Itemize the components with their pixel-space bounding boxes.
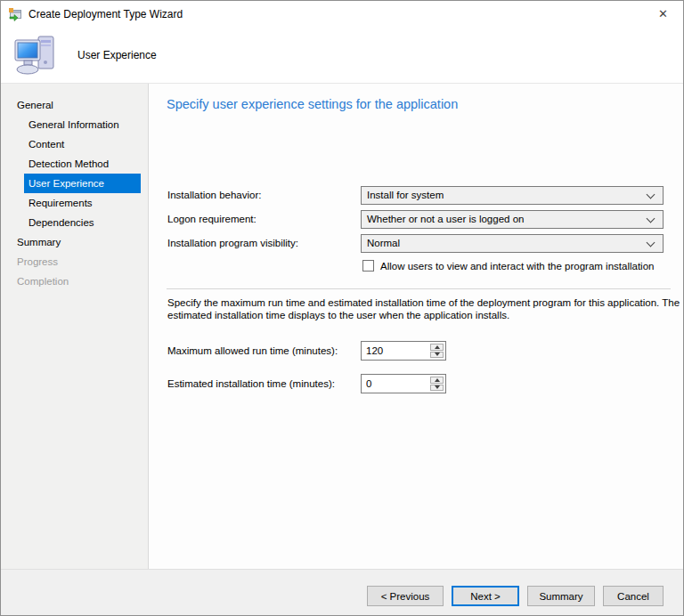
sidebar-item-summary[interactable]: Summary [12,232,141,252]
section-divider [167,288,671,289]
sidebar-item-progress: Progress [12,252,141,272]
wizard-icon [8,7,22,21]
page-title: Specify user experience settings for the… [167,97,458,111]
chevron-down-icon [647,190,656,199]
logon-requirement-label: Logon requirement: [167,210,256,229]
header-title: User Experience [77,49,157,61]
wizard-footer: < Previous Next > Summary Cancel [1,569,683,615]
program-visibility-label: Installation program visibility: [167,234,298,253]
previous-button[interactable]: < Previous [367,586,444,606]
spinner-up-icon [435,345,440,349]
window-title: Create Deployment Type Wizard [28,8,183,20]
logon-requirement-value: Whether or not a user is logged on [367,214,524,224]
estimated-install-time-input[interactable] [362,375,429,393]
wizard-body: General General Information Content Dete… [1,83,683,571]
chevron-down-icon [647,239,656,247]
spinner-down-button[interactable] [430,385,444,392]
allow-interaction-checkbox[interactable] [362,260,374,272]
allow-interaction-label: Allow users to view and interact with th… [380,261,654,272]
cancel-button[interactable]: Cancel [603,586,664,606]
estimated-install-time-label: Estimated installation time (minutes): [167,374,335,393]
estimated-install-time-spinbox [361,374,446,393]
installation-program-visibility-select[interactable]: Normal [361,234,664,253]
sidebar-item-dependencies[interactable]: Dependencies [24,213,141,232]
spinner-down-icon [435,353,440,356]
installation-behavior-select[interactable]: Install for system [361,186,664,205]
max-run-time-label: Maximum allowed run time (minutes): [167,341,338,361]
close-icon: ✕ [658,7,668,20]
max-run-time-spinner [429,343,444,359]
sidebar-item-general-information[interactable]: General Information [24,115,141,134]
sidebar-item-requirements[interactable]: Requirements [24,193,141,213]
spinner-up-button[interactable] [430,344,444,351]
runtime-description: Specify the maximum run time and estimat… [167,296,682,321]
sidebar-item-completion: Completion [12,272,141,291]
allow-interaction-row: Allow users to view and interact with th… [362,260,654,272]
max-run-time-input[interactable] [362,342,429,360]
wizard-step-sidebar: General General Information Content Dete… [1,84,149,571]
wizard-window: Create Deployment Type Wizard ✕ [0,0,684,616]
computer-icon [13,33,58,77]
summary-button[interactable]: Summary [527,586,595,606]
next-button[interactable]: Next > [452,586,519,606]
sidebar-item-detection-method[interactable]: Detection Method [24,154,141,174]
chevron-down-icon [647,215,656,223]
spinner-down-icon [435,385,440,389]
sidebar-item-general[interactable]: General [12,95,141,115]
spinner-up-icon [435,378,440,382]
sidebar-item-content[interactable]: Content [24,134,141,154]
installation-behavior-label: Installation behavior: [167,186,261,205]
wizard-content: Specify user experience settings for the… [149,84,683,571]
spinner-down-button[interactable] [430,352,444,359]
wizard-header: User Experience [1,27,683,83]
titlebar: Create Deployment Type Wizard ✕ [1,1,683,27]
sidebar-item-user-experience[interactable]: User Experience [24,174,141,193]
installation-behavior-value: Install for system [367,190,444,200]
max-run-time-spinbox [361,341,446,361]
estimated-install-time-spinner [429,376,444,392]
close-button[interactable]: ✕ [643,1,683,27]
spinner-up-button[interactable] [430,377,444,384]
logon-requirement-select[interactable]: Whether or not a user is logged on [361,210,664,229]
program-visibility-value: Normal [367,238,400,248]
